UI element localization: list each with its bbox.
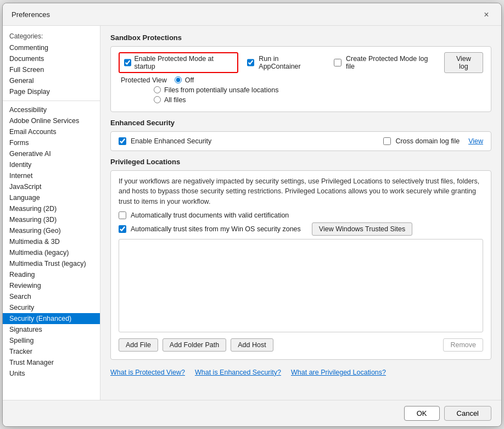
auto-trust-docs-checkbox[interactable] [119, 211, 126, 219]
sidebar-item-security[interactable]: Security [3, 302, 100, 313]
bottom-buttons-row: Add File Add Folder Path Add Host Remove [119, 338, 483, 352]
preferences-dialog: Preferences × Categories: CommentingDocu… [2, 3, 502, 427]
enhanced-security-title: Enhanced Security [110, 119, 491, 127]
run-appcontainer-checkbox[interactable] [247, 59, 255, 66]
auto-trust-sites-label: Automatically trust sites from my Win OS… [131, 225, 301, 233]
sidebar-item-multimedia-legacy[interactable]: Multimedia (legacy) [3, 247, 100, 258]
auto-trust-docs-label: Automatically trust documents with valid… [131, 211, 289, 219]
sidebar-group2: AccessibilityAdobe Online ServicesEmail … [3, 104, 100, 379]
pv-off-label: Off [185, 76, 194, 84]
sidebar-group1: CommentingDocumentsFull ScreenGeneralPag… [3, 42, 100, 97]
protected-view-section: Protected View Off Files from potentiall… [119, 76, 483, 104]
dialog-body: Categories: CommentingDocumentsFull Scre… [3, 26, 501, 400]
sandbox-section: Enable Protected Mode at startup Run in … [110, 46, 491, 112]
pv-unsafe-label: Files from potentially unsafe locations [164, 86, 278, 94]
protected-view-link[interactable]: What is Protected View? [110, 369, 185, 376]
sidebar-item-documents[interactable]: Documents [3, 53, 100, 64]
sidebar-item-measuring-3d[interactable]: Measuring (3D) [3, 214, 100, 225]
privileged-locations-desc: If your workflows are negatively impacte… [119, 176, 483, 207]
sidebar-item-commenting[interactable]: Commenting [3, 42, 100, 53]
pv-row-unsafe: Files from potentially unsafe locations [121, 86, 483, 94]
sidebar-item-tracker[interactable]: Tracker [3, 346, 100, 357]
sidebar-item-javascript[interactable]: JavaScript [3, 181, 100, 192]
remove-button[interactable]: Remove [443, 338, 483, 352]
pv-off-radio[interactable] [175, 76, 182, 83]
view-trusted-sites-button[interactable]: View Windows Trusted Sites [312, 222, 412, 236]
sandbox-title: Sandbox Protections [110, 34, 491, 42]
sidebar-item-security-enhanced[interactable]: Security (Enhanced) [3, 313, 100, 324]
sidebar-item-signatures[interactable]: Signatures [3, 324, 100, 335]
categories-label: Categories: [3, 30, 100, 42]
cancel-button[interactable]: Cancel [444, 406, 491, 421]
enhanced-security-row: Enable Enhanced Security Cross domain lo… [119, 137, 483, 145]
sidebar-item-page-display[interactable]: Page Display [3, 86, 100, 97]
sidebar-item-units[interactable]: Units [3, 368, 100, 379]
privileged-locations-section: If your workflows are negatively impacte… [110, 170, 491, 360]
pv-all-label: All files [164, 96, 186, 104]
cross-domain-label: Cross domain log file [395, 137, 460, 145]
sidebar-item-multimedia-trust-legacy[interactable]: Multimedia Trust (legacy) [3, 258, 100, 269]
sidebar-item-language[interactable]: Language [3, 192, 100, 203]
main-content: Sandbox Protections Enable Protected Mod… [100, 26, 501, 400]
enable-enhanced-checkbox[interactable] [119, 137, 126, 145]
create-log-label: Create Protected Mode log file [346, 55, 435, 70]
privileged-locations-textarea[interactable] [119, 239, 483, 332]
add-folder-button[interactable]: Add Folder Path [163, 338, 226, 352]
enable-protected-mode-checkbox[interactable] [124, 59, 131, 66]
sidebar-item-reviewing[interactable]: Reviewing [3, 280, 100, 291]
sidebar-item-email-accounts[interactable]: Email Accounts [3, 126, 100, 137]
sidebar-item-internet[interactable]: Internet [3, 170, 100, 181]
sidebar-item-adobe-online[interactable]: Adobe Online Services [3, 115, 100, 126]
add-host-button[interactable]: Add Host [231, 338, 273, 352]
run-appcontainer-label: Run in AppContainer [259, 55, 320, 70]
pv-unsafe-radio[interactable] [154, 86, 161, 93]
pv-all-radio[interactable] [154, 96, 161, 103]
dialog-footer: OK Cancel [3, 400, 501, 426]
sidebar-separator [3, 101, 100, 101]
sidebar-item-reading[interactable]: Reading [3, 269, 100, 280]
add-file-button[interactable]: Add File [119, 338, 158, 352]
auto-trust-sites-checkbox[interactable] [119, 225, 126, 233]
auto-trust-sites-row: Automatically trust sites from my Win OS… [119, 222, 483, 236]
sidebar-item-trust-manager[interactable]: Trust Manager [3, 357, 100, 368]
create-log-checkbox[interactable] [334, 59, 341, 66]
enable-protected-mode-highlight: Enable Protected Mode at startup [119, 52, 238, 73]
close-button[interactable]: × [480, 9, 492, 21]
cross-domain-checkbox[interactable] [383, 137, 391, 145]
auto-trust-docs-row: Automatically trust documents with valid… [119, 211, 483, 219]
enable-protected-mode-label: Enable Protected Mode at startup [134, 55, 232, 70]
pv-row-off: Protected View Off [121, 76, 483, 84]
privileged-locations-title: Privileged Locations [110, 158, 491, 166]
ok-button[interactable]: OK [404, 406, 440, 421]
sidebar-item-spelling[interactable]: Spelling [3, 335, 100, 346]
sidebar: Categories: CommentingDocumentsFull Scre… [3, 26, 100, 400]
sandbox-row1: Enable Protected Mode at startup Run in … [119, 52, 483, 73]
view-enhanced-link[interactable]: View [468, 137, 483, 145]
sidebar-item-general[interactable]: General [3, 75, 100, 86]
sidebar-item-search[interactable]: Search [3, 291, 100, 302]
sidebar-item-measuring-2d[interactable]: Measuring (2D) [3, 203, 100, 214]
enhanced-security-section: Enable Enhanced Security Cross domain lo… [110, 131, 491, 151]
enhanced-security-link[interactable]: What is Enhanced Security? [195, 369, 281, 376]
enable-enhanced-label: Enable Enhanced Security [131, 137, 211, 145]
view-log-button[interactable]: View log [444, 52, 483, 73]
links-row: What is Protected View? What is Enhanced… [110, 366, 491, 376]
sidebar-item-generative-ai[interactable]: Generative AI [3, 148, 100, 159]
sidebar-item-identity[interactable]: Identity [3, 159, 100, 170]
pv-row-all: All files [121, 96, 483, 104]
protected-view-label: Protected View [121, 76, 167, 84]
sidebar-item-full-screen[interactable]: Full Screen [3, 64, 100, 75]
privileged-locations-link[interactable]: What are Privileged Locations? [291, 369, 386, 376]
sidebar-item-multimedia-3d[interactable]: Multimedia & 3D [3, 236, 100, 247]
title-bar: Preferences × [3, 3, 501, 26]
dialog-title: Preferences [12, 10, 50, 19]
sidebar-item-forms[interactable]: Forms [3, 137, 100, 148]
sidebar-item-accessibility[interactable]: Accessibility [3, 104, 100, 115]
sidebar-item-measuring-geo[interactable]: Measuring (Geo) [3, 225, 100, 236]
